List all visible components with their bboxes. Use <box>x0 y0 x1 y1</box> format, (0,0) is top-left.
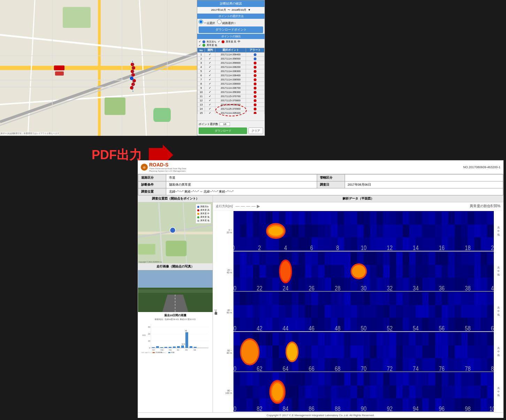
svg-rect-197 <box>487 212 494 225</box>
direction-arrow-icon: — — — — ▶ <box>236 204 260 209</box>
info-row-location: 調査位置 北緯--°-'--" 東経--°-'--" ～ 北緯--°-'--" … <box>138 188 503 195</box>
svg-rect-451 <box>448 305 455 318</box>
svg-rect-408 <box>357 292 364 305</box>
count-input[interactable] <box>220 122 230 126</box>
svg-rect-117 <box>312 225 318 238</box>
colorbar-high-label: 高 <box>497 306 500 310</box>
top-section: ©2016 ZENRIN DATACO... 本データは試験用です。本番環境では… <box>0 0 265 136</box>
svg-rect-619 <box>233 373 240 386</box>
legend-green <box>202 44 205 47</box>
svg-rect-646 <box>292 373 299 386</box>
svg-rect-80 <box>233 212 240 225</box>
svg-rect-498 <box>266 333 273 345</box>
svg-rect-124 <box>324 238 331 250</box>
arrow-stem <box>149 148 163 162</box>
svg-rect-156 <box>396 225 403 238</box>
colorbar: 高中低 <box>495 387 502 397</box>
svg-rect-628 <box>253 373 260 386</box>
svg-rect-522 <box>318 333 325 345</box>
single-point-radio[interactable]: 一点選択 <box>199 20 215 25</box>
svg-rect-129 <box>338 225 344 238</box>
svg-rect-600 <box>487 333 494 345</box>
svg-rect-577 <box>435 345 442 358</box>
svg-rect-429 <box>403 292 409 305</box>
svg-rect-735 <box>481 398 488 411</box>
svg-rect-366 <box>266 292 273 305</box>
svg-rect-16 <box>105 98 125 115</box>
date-dropdown-icon[interactable]: ▼ <box>248 8 251 11</box>
svg-rect-627 <box>246 398 253 411</box>
svg-rect-631 <box>260 373 266 386</box>
svg-rect-513 <box>299 333 305 345</box>
svg-rect-560 <box>396 358 403 371</box>
svg-rect-588 <box>461 333 468 345</box>
svg-rect-586 <box>455 345 461 358</box>
svg-text:10: 10 <box>361 244 367 251</box>
clear-button[interactable]: クリア <box>248 127 263 134</box>
svg-text:82: 82 <box>256 405 262 412</box>
svg-rect-464 <box>474 318 481 331</box>
svg-rect-223 <box>246 278 253 290</box>
svg-rect-688 <box>383 373 390 386</box>
svg-rect-122 <box>324 212 331 225</box>
table-row: 5 ✓ 20171114-336300 <box>198 69 264 73</box>
svg-rect-525 <box>324 333 331 345</box>
download-button[interactable]: ダウンロード <box>199 127 247 134</box>
svg-rect-679 <box>364 373 370 386</box>
svg-rect-623 <box>240 386 247 398</box>
svg-rect-503 <box>273 358 279 371</box>
svg-rect-290 <box>396 252 403 265</box>
svg-text:56: 56 <box>439 325 445 332</box>
svg-rect-663 <box>324 398 331 411</box>
svg-rect-87 <box>246 225 253 238</box>
svg-rect-125 <box>331 212 338 225</box>
svg-rect-311 <box>442 252 449 265</box>
svg-rect-652 <box>305 373 312 386</box>
svg-text:96: 96 <box>439 405 445 412</box>
heatmap-container: 0 ~20 m02468101214161820高中低20 ~40 m20222… <box>220 210 503 412</box>
heatmap-canvas-block: 2022242628303234363840 <box>233 251 494 291</box>
svg-text:7/31: 7/31 <box>169 349 172 351</box>
svg-rect-297 <box>409 265 416 278</box>
svg-rect-723 <box>455 398 461 411</box>
svg-rect-159 <box>403 225 409 238</box>
svg-rect-721 <box>455 373 461 386</box>
report-right-panel: 解析データ（平面図） 走行方向[m] — — — — ▶ 異常度の割合8.55%… <box>213 195 503 412</box>
svg-rect-454 <box>455 305 461 318</box>
svg-rect-294 <box>403 265 409 278</box>
svg-text:2: 2 <box>258 244 261 251</box>
table-row: 11 ✓ 20171115-370700 <box>198 94 264 99</box>
svg-point-741 <box>272 383 283 400</box>
svg-text:60: 60 <box>491 325 494 332</box>
svg-rect-531 <box>338 333 344 345</box>
svg-rect-502 <box>273 345 279 358</box>
svg-rect-378 <box>292 292 299 305</box>
svg-rect-520 <box>312 345 318 358</box>
alert-icon <box>254 99 256 102</box>
route-radio[interactable]: 経路選択□ <box>217 20 235 25</box>
svg-rect-601 <box>487 345 494 358</box>
svg-rect-406 <box>351 305 357 318</box>
svg-rect-587 <box>455 358 461 371</box>
svg-text:Copyright © 2010 ZENRIN Co.: Copyright © 2010 ZENRIN Co. <box>139 261 162 263</box>
svg-rect-596 <box>474 358 481 371</box>
report-left-panel: 調査位置図（開始点をポイント） Copyright © 2010 ZE <box>138 195 213 412</box>
svg-rect-598 <box>481 345 488 358</box>
download-point-btn[interactable]: ダウンロードポイント <box>199 26 263 33</box>
svg-rect-515 <box>299 358 305 371</box>
svg-rect-260 <box>331 252 338 265</box>
svg-rect-459 <box>468 292 474 305</box>
svg-rect-651 <box>299 398 305 411</box>
y-axis-label: 走行直角方向[m] <box>213 310 218 313</box>
svg-rect-734 <box>481 386 488 398</box>
svg-rect-231 <box>266 265 273 278</box>
svg-text:54: 54 <box>413 325 419 332</box>
svg-rect-699 <box>403 398 409 411</box>
svg-rect-526 <box>324 345 331 358</box>
svg-rect-585 <box>455 333 461 345</box>
svg-text:雨量: 雨量 <box>171 352 175 353</box>
svg-rect-59 <box>169 347 171 348</box>
svg-rect-620 <box>233 386 240 398</box>
svg-rect-712 <box>435 373 442 386</box>
svg-text:45: 45 <box>185 330 187 332</box>
